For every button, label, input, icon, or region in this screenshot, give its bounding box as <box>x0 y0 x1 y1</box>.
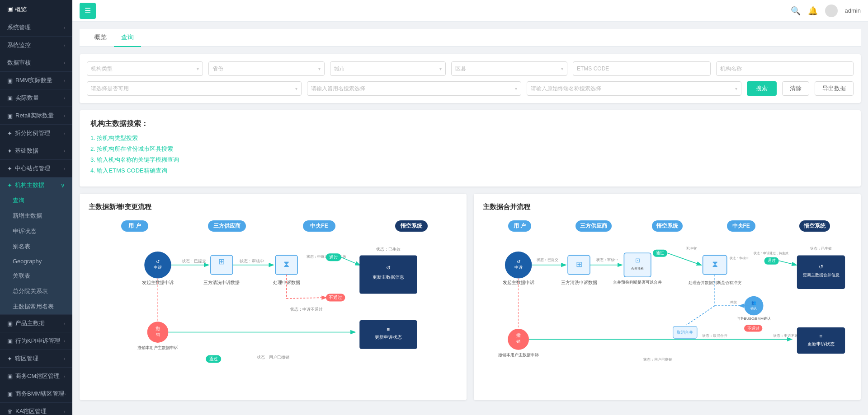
ka-icon: ♛ <box>7 408 13 415</box>
svg-text:⊡: ⊡ <box>635 257 640 264</box>
sidebar-sub-appeal-status[interactable]: 申诉状态 <box>0 224 72 239</box>
sidebar-sub-master-common[interactable]: 主数据常用名表 <box>0 299 72 314</box>
city-select[interactable]: 城市 ▾ <box>330 61 446 76</box>
available-label: 请选择是否可用 <box>91 85 129 93</box>
etms-code-input[interactable]: ETMS CODE <box>573 61 711 76</box>
dropdown-arrow-icon: ▾ <box>515 86 517 91</box>
svg-text:状态：审核中: 状态：审核中 <box>596 258 618 262</box>
sidebar-item-bmm-actual[interactable]: ▣ BMM实际数量 › <box>0 72 72 89</box>
username: admin <box>845 7 861 14</box>
chevron-right-icon: › <box>64 61 65 65</box>
chevron-right-icon: › <box>64 43 65 48</box>
sidebar-item-center-site[interactable]: ✦ 中心站点管理 › <box>0 160 72 177</box>
search-button[interactable]: 搜索 <box>747 81 777 96</box>
username-search-select[interactable]: 请输入留用名搜索选择 ▾ <box>307 81 522 96</box>
svg-line-51 <box>667 253 701 265</box>
chevron-right-icon: › <box>64 339 65 344</box>
chevron-right-icon: › <box>64 149 65 154</box>
org-icon: ✦ <box>7 182 12 189</box>
bmm-icon: ▣ <box>7 77 13 84</box>
menu-button[interactable]: ☰ <box>80 3 96 19</box>
sidebar-item-org-master[interactable]: ✦ 机构主数据 ∨ <box>0 177 72 193</box>
role-system2-right: 悟空系统 <box>778 220 852 232</box>
svg-text:更新申诉状态: 更新申诉状态 <box>375 335 402 340</box>
sidebar-sub-geography[interactable]: Geography <box>0 254 72 268</box>
sidebar-item-ka-channel[interactable]: ♛ KA辖区管理 › <box>0 403 72 415</box>
svg-text:与各BUSO/BMM确认: 与各BUSO/BMM确认 <box>737 317 771 321</box>
sidebar-item-buso-cm[interactable]: ▣ 商务CM辖区管理 › <box>0 368 72 385</box>
tab-overview[interactable]: 概览 <box>87 29 114 47</box>
svg-text:通过: 通过 <box>209 356 218 361</box>
buso-bmm-icon: ▣ <box>7 391 13 397</box>
flow-diagram-left: ↺ 申诉 发起主数据申诉 状态：已提交 ⊞ 三方清洗申诉数据 <box>89 236 458 390</box>
etms-code-label: ETMS CODE <box>577 65 609 72</box>
flow-title-right: 主数据合并流程 <box>483 203 852 211</box>
search-icon[interactable]: 🔍 <box>791 6 801 16</box>
org-type-select[interactable]: 机构类型 ▾ <box>87 61 203 76</box>
filter-row-2: 请选择是否可用 ▾ 请输入留用名搜索选择 ▾ 请输入原始终端名称搜索选择 ▾ 搜… <box>87 81 854 96</box>
hamburger-icon: ☰ <box>85 6 91 15</box>
svg-text:申诉: 申诉 <box>514 265 523 270</box>
sidebar-item-actual-qty[interactable]: ▣ 实际数量 › <box>0 89 72 107</box>
district-select[interactable]: 区县 ▾ <box>451 61 567 76</box>
chevron-right-icon: › <box>64 409 65 414</box>
product-icon: ▣ <box>7 320 13 327</box>
svg-line-59 <box>779 261 796 265</box>
svg-text:状态：取消合并: 状态：取消合并 <box>702 334 727 338</box>
available-select[interactable]: 请选择是否可用 ▾ <box>87 81 302 96</box>
dropdown-arrow-icon: ▾ <box>318 66 321 71</box>
sidebar-sub-query[interactable]: 查询 <box>0 193 72 208</box>
clear-button[interactable]: 清除 <box>782 81 809 96</box>
svg-text:不通过: 不通过 <box>747 326 760 331</box>
flow-diagram-right: ↺ 申诉 发起主数据申诉 状态：已提交 ⊞ 三方清洗申诉数据 状态：审核中 <box>483 236 852 390</box>
svg-text:更新主数据信息: 更新主数据信息 <box>373 275 404 280</box>
svg-rect-60 <box>797 256 845 289</box>
sidebar-item-overview[interactable]: ▣ 概览 <box>0 0 72 19</box>
svg-text:≡: ≡ <box>820 333 823 339</box>
org-name-input[interactable]: 机构名称 <box>716 61 854 76</box>
sidebar-item-retail-actual[interactable]: ▣ Retail实际数量 › <box>0 107 72 124</box>
sidebar-sub-dept-relation[interactable]: 总分院关系表 <box>0 284 72 299</box>
svg-line-76 <box>687 306 715 325</box>
sidebar-item-channel-mgmt[interactable]: ✦ 辖区管理 › <box>0 350 72 367</box>
chevron-right-icon: › <box>64 78 65 83</box>
city-label: 城市 <box>334 65 345 73</box>
sidebar-item-system-mgmt[interactable]: 系统管理 › <box>0 19 72 36</box>
org-type-label: 机构类型 <box>91 65 113 73</box>
sidebar-sub-contact[interactable]: 关联表 <box>0 268 72 284</box>
buso-cm-icon: ▣ <box>7 373 13 380</box>
role-supplier-left: 三方供应商 <box>181 220 273 232</box>
username-search-label: 请输入留用名搜索选择 <box>311 85 365 93</box>
role-user-left: 用 户 <box>89 220 181 232</box>
svg-text:合并预检: 合并预检 <box>631 266 644 270</box>
content-area: 概览 查询 机构类型 ▾ 省份 ▾ 城市 ▾ 区县 ▾ <box>72 22 868 415</box>
province-select[interactable]: 省份 ▾ <box>208 61 325 76</box>
info-item-4: 4. 输入ETMS CODE精确查询 <box>90 167 850 175</box>
sidebar-sub-alias[interactable]: 别名表 <box>0 239 72 254</box>
sidebar-item-basic-data[interactable]: ✦ 基础数据 › <box>0 142 72 159</box>
svg-text:更新主数据合并信息: 更新主数据合并信息 <box>803 273 840 277</box>
tab-query[interactable]: 查询 <box>114 29 141 47</box>
svg-rect-44 <box>624 253 651 277</box>
dropdown-arrow-icon: ▾ <box>295 86 297 91</box>
sidebar-item-buso-bmm[interactable]: ▣ 商务BMM辖区管理 › <box>0 385 72 402</box>
sidebar-item-split-ratio[interactable]: ✦ 拆分比例管理 › <box>0 125 72 142</box>
chevron-down-icon: ∨ <box>61 182 65 189</box>
terminal-search-label: 请输入原始终端名称搜索选择 <box>531 85 601 93</box>
svg-text:无冲突: 无冲突 <box>686 247 697 251</box>
sidebar-item-product-master[interactable]: ▣ 产品主数据 › <box>0 315 72 332</box>
export-button[interactable]: 导出数据 <box>815 81 854 96</box>
terminal-search-select[interactable]: 请输入原始终端名称搜索选择 ▾ <box>527 81 741 96</box>
svg-text:冲突: 冲突 <box>730 300 737 304</box>
svg-text:确认: 确认 <box>750 306 757 310</box>
svg-text:👥: 👥 <box>751 300 756 305</box>
svg-text:⊞: ⊞ <box>218 257 225 266</box>
svg-rect-86 <box>797 327 845 354</box>
center-icon: ✦ <box>7 165 12 172</box>
svg-text:状态：用户已撤销: 状态：用户已撤销 <box>256 355 289 359</box>
sidebar-item-data-audit[interactable]: 数据审核 › <box>0 54 72 71</box>
bell-icon[interactable]: 🔔 <box>808 6 818 16</box>
sidebar-item-kpi-mgmt[interactable]: ▣ 行为KPI申诉管理 › <box>0 332 72 350</box>
sidebar-item-system-monitor[interactable]: 系统监控 › <box>0 37 72 54</box>
sidebar-sub-new-data[interactable]: 新增主数据 <box>0 208 72 224</box>
